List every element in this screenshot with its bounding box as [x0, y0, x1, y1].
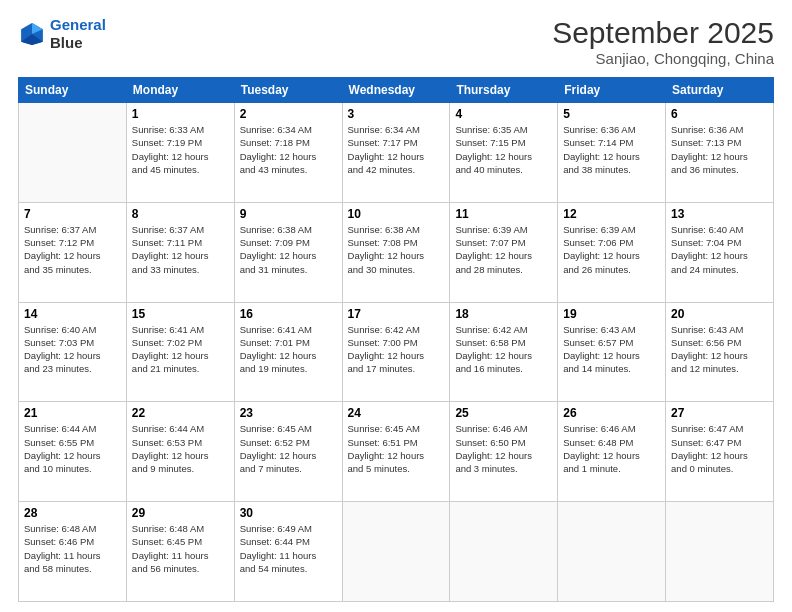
day-info: Sunrise: 6:37 AM Sunset: 7:11 PM Dayligh…	[132, 223, 229, 276]
day-info: Sunrise: 6:34 AM Sunset: 7:17 PM Dayligh…	[348, 123, 445, 176]
day-info: Sunrise: 6:36 AM Sunset: 7:13 PM Dayligh…	[671, 123, 768, 176]
calendar-cell: 11Sunrise: 6:39 AM Sunset: 7:07 PM Dayli…	[450, 202, 558, 302]
day-number: 21	[24, 406, 121, 420]
day-number: 23	[240, 406, 337, 420]
day-number: 14	[24, 307, 121, 321]
weekday-header: Thursday	[450, 78, 558, 103]
day-info: Sunrise: 6:45 AM Sunset: 6:51 PM Dayligh…	[348, 422, 445, 475]
logo-icon	[18, 20, 46, 48]
calendar-cell: 24Sunrise: 6:45 AM Sunset: 6:51 PM Dayli…	[342, 402, 450, 502]
day-number: 25	[455, 406, 552, 420]
day-info: Sunrise: 6:46 AM Sunset: 6:48 PM Dayligh…	[563, 422, 660, 475]
calendar-cell: 7Sunrise: 6:37 AM Sunset: 7:12 PM Daylig…	[19, 202, 127, 302]
day-info: Sunrise: 6:44 AM Sunset: 6:55 PM Dayligh…	[24, 422, 121, 475]
day-number: 6	[671, 107, 768, 121]
day-info: Sunrise: 6:41 AM Sunset: 7:01 PM Dayligh…	[240, 323, 337, 376]
calendar-cell: 6Sunrise: 6:36 AM Sunset: 7:13 PM Daylig…	[666, 103, 774, 203]
day-number: 26	[563, 406, 660, 420]
day-info: Sunrise: 6:43 AM Sunset: 6:56 PM Dayligh…	[671, 323, 768, 376]
day-number: 3	[348, 107, 445, 121]
day-number: 13	[671, 207, 768, 221]
day-info: Sunrise: 6:40 AM Sunset: 7:04 PM Dayligh…	[671, 223, 768, 276]
calendar-cell: 3Sunrise: 6:34 AM Sunset: 7:17 PM Daylig…	[342, 103, 450, 203]
calendar-cell: 18Sunrise: 6:42 AM Sunset: 6:58 PM Dayli…	[450, 302, 558, 402]
calendar-cell: 8Sunrise: 6:37 AM Sunset: 7:11 PM Daylig…	[126, 202, 234, 302]
calendar-cell: 20Sunrise: 6:43 AM Sunset: 6:56 PM Dayli…	[666, 302, 774, 402]
weekday-header: Monday	[126, 78, 234, 103]
calendar-cell: 26Sunrise: 6:46 AM Sunset: 6:48 PM Dayli…	[558, 402, 666, 502]
day-number: 19	[563, 307, 660, 321]
day-info: Sunrise: 6:49 AM Sunset: 6:44 PM Dayligh…	[240, 522, 337, 575]
logo-text: General Blue	[50, 16, 106, 52]
calendar-cell: 2Sunrise: 6:34 AM Sunset: 7:18 PM Daylig…	[234, 103, 342, 203]
weekday-header: Saturday	[666, 78, 774, 103]
day-number: 11	[455, 207, 552, 221]
calendar-cell: 16Sunrise: 6:41 AM Sunset: 7:01 PM Dayli…	[234, 302, 342, 402]
calendar-cell: 4Sunrise: 6:35 AM Sunset: 7:15 PM Daylig…	[450, 103, 558, 203]
day-info: Sunrise: 6:48 AM Sunset: 6:46 PM Dayligh…	[24, 522, 121, 575]
calendar-cell: 17Sunrise: 6:42 AM Sunset: 7:00 PM Dayli…	[342, 302, 450, 402]
day-number: 2	[240, 107, 337, 121]
week-row: 1Sunrise: 6:33 AM Sunset: 7:19 PM Daylig…	[19, 103, 774, 203]
weekday-header-row: SundayMondayTuesdayWednesdayThursdayFrid…	[19, 78, 774, 103]
calendar-cell: 23Sunrise: 6:45 AM Sunset: 6:52 PM Dayli…	[234, 402, 342, 502]
day-number: 30	[240, 506, 337, 520]
day-number: 22	[132, 406, 229, 420]
day-info: Sunrise: 6:45 AM Sunset: 6:52 PM Dayligh…	[240, 422, 337, 475]
calendar-cell: 14Sunrise: 6:40 AM Sunset: 7:03 PM Dayli…	[19, 302, 127, 402]
day-number: 4	[455, 107, 552, 121]
calendar-cell: 29Sunrise: 6:48 AM Sunset: 6:45 PM Dayli…	[126, 502, 234, 602]
calendar-cell: 28Sunrise: 6:48 AM Sunset: 6:46 PM Dayli…	[19, 502, 127, 602]
calendar-cell: 5Sunrise: 6:36 AM Sunset: 7:14 PM Daylig…	[558, 103, 666, 203]
weekday-header: Wednesday	[342, 78, 450, 103]
weekday-header: Friday	[558, 78, 666, 103]
day-number: 7	[24, 207, 121, 221]
day-info: Sunrise: 6:37 AM Sunset: 7:12 PM Dayligh…	[24, 223, 121, 276]
day-info: Sunrise: 6:41 AM Sunset: 7:02 PM Dayligh…	[132, 323, 229, 376]
day-info: Sunrise: 6:36 AM Sunset: 7:14 PM Dayligh…	[563, 123, 660, 176]
calendar-cell: 13Sunrise: 6:40 AM Sunset: 7:04 PM Dayli…	[666, 202, 774, 302]
day-number: 28	[24, 506, 121, 520]
calendar-subtitle: Sanjiao, Chongqing, China	[552, 50, 774, 67]
day-info: Sunrise: 6:48 AM Sunset: 6:45 PM Dayligh…	[132, 522, 229, 575]
day-number: 18	[455, 307, 552, 321]
day-number: 24	[348, 406, 445, 420]
logo: General Blue	[18, 16, 106, 52]
day-info: Sunrise: 6:44 AM Sunset: 6:53 PM Dayligh…	[132, 422, 229, 475]
calendar-cell	[558, 502, 666, 602]
weekday-header: Sunday	[19, 78, 127, 103]
calendar-cell	[450, 502, 558, 602]
header: General Blue September 2025 Sanjiao, Cho…	[18, 16, 774, 67]
weekday-header: Tuesday	[234, 78, 342, 103]
day-info: Sunrise: 6:33 AM Sunset: 7:19 PM Dayligh…	[132, 123, 229, 176]
day-info: Sunrise: 6:42 AM Sunset: 7:00 PM Dayligh…	[348, 323, 445, 376]
day-number: 10	[348, 207, 445, 221]
day-number: 1	[132, 107, 229, 121]
week-row: 28Sunrise: 6:48 AM Sunset: 6:46 PM Dayli…	[19, 502, 774, 602]
calendar-cell: 19Sunrise: 6:43 AM Sunset: 6:57 PM Dayli…	[558, 302, 666, 402]
day-info: Sunrise: 6:46 AM Sunset: 6:50 PM Dayligh…	[455, 422, 552, 475]
calendar-cell	[19, 103, 127, 203]
calendar-cell: 9Sunrise: 6:38 AM Sunset: 7:09 PM Daylig…	[234, 202, 342, 302]
week-row: 14Sunrise: 6:40 AM Sunset: 7:03 PM Dayli…	[19, 302, 774, 402]
calendar-cell: 10Sunrise: 6:38 AM Sunset: 7:08 PM Dayli…	[342, 202, 450, 302]
day-number: 16	[240, 307, 337, 321]
calendar-table: SundayMondayTuesdayWednesdayThursdayFrid…	[18, 77, 774, 602]
day-info: Sunrise: 6:34 AM Sunset: 7:18 PM Dayligh…	[240, 123, 337, 176]
title-block: September 2025 Sanjiao, Chongqing, China	[552, 16, 774, 67]
calendar-cell: 12Sunrise: 6:39 AM Sunset: 7:06 PM Dayli…	[558, 202, 666, 302]
day-number: 15	[132, 307, 229, 321]
calendar-cell: 30Sunrise: 6:49 AM Sunset: 6:44 PM Dayli…	[234, 502, 342, 602]
day-info: Sunrise: 6:42 AM Sunset: 6:58 PM Dayligh…	[455, 323, 552, 376]
calendar-cell: 27Sunrise: 6:47 AM Sunset: 6:47 PM Dayli…	[666, 402, 774, 502]
calendar-cell: 21Sunrise: 6:44 AM Sunset: 6:55 PM Dayli…	[19, 402, 127, 502]
day-number: 9	[240, 207, 337, 221]
week-row: 21Sunrise: 6:44 AM Sunset: 6:55 PM Dayli…	[19, 402, 774, 502]
day-info: Sunrise: 6:39 AM Sunset: 7:06 PM Dayligh…	[563, 223, 660, 276]
calendar-cell	[666, 502, 774, 602]
day-info: Sunrise: 6:39 AM Sunset: 7:07 PM Dayligh…	[455, 223, 552, 276]
calendar-title: September 2025	[552, 16, 774, 50]
page: General Blue September 2025 Sanjiao, Cho…	[0, 0, 792, 612]
day-number: 27	[671, 406, 768, 420]
day-info: Sunrise: 6:38 AM Sunset: 7:09 PM Dayligh…	[240, 223, 337, 276]
